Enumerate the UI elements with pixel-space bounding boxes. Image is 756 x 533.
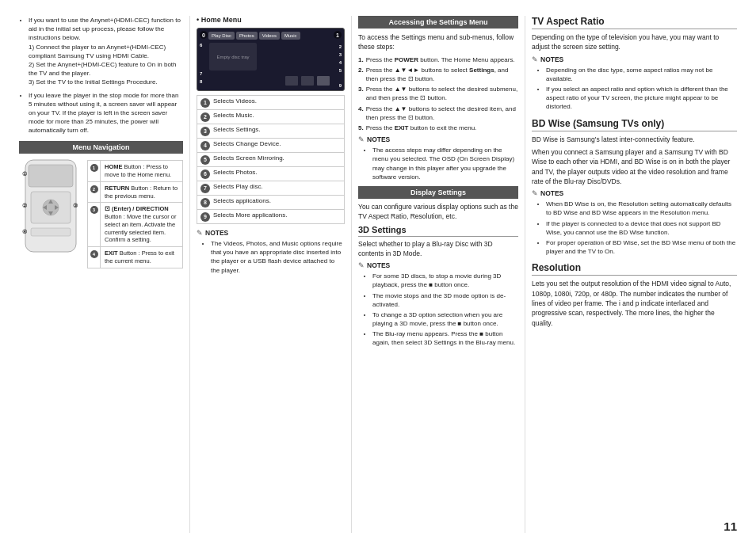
notes-icon-col4b: ✎ xyxy=(532,189,538,197)
col3-3d-notes: ✎ NOTES For some 3D discs, to stop a mov… xyxy=(358,261,518,348)
notes-title-col3a: NOTES xyxy=(367,135,390,143)
display-settings-heading: Display Settings xyxy=(358,186,518,199)
notes-icon-col2: ✎ xyxy=(197,229,203,237)
3d-intro: Select whether to play a Blu-ray Disc wi… xyxy=(358,239,518,259)
col4-tv-notes: ✎ NOTES Depending on the disc type, some… xyxy=(532,55,737,112)
steps-list: 1. Press the POWER button. The Home Menu… xyxy=(358,55,518,133)
step-3: 3. Press the ▲▼ buttons to select the de… xyxy=(358,85,518,102)
col3-3d-note-3: To change a 3D option selection when you… xyxy=(372,310,518,328)
bd-wise-intro: BD Wise is Samsung's latest inter-connec… xyxy=(532,135,737,144)
home-menu-label: • Home Menu xyxy=(197,16,345,24)
bd-wise-heading: BD Wise (Samsung TVs only) xyxy=(532,118,737,131)
menu-nav-heading: Menu Navigation xyxy=(19,141,183,154)
notes-icon-col3b: ✎ xyxy=(358,261,365,269)
settings-intro: To access the Settings menu and sub-menu… xyxy=(358,32,518,52)
bullet-screensaver: If you leave the player in the stop mode… xyxy=(29,91,183,135)
numbered-item-8: 8Selects applications. xyxy=(197,196,345,210)
svg-rect-8 xyxy=(31,228,71,236)
numbered-item-9: 9Selects More applications. xyxy=(197,210,345,224)
resolution-heading: Resolution xyxy=(532,262,737,276)
tv-aspect-intro: Depending on the type of television you … xyxy=(532,32,737,52)
col4-bd-note-2: If the player is connected to a device t… xyxy=(546,219,737,237)
col4-bd-note-1: When BD Wise is on, the Resolution setti… xyxy=(546,200,737,217)
bullet-section: If you want to use the Anynet+(HDMI-CEC)… xyxy=(19,16,183,135)
numbered-list: 1Selects Videos. 2Selects Music. 3Select… xyxy=(197,95,345,224)
nav-row-enter: 3 ⊡ (Enter) / DIRECTION Button : Move th… xyxy=(88,203,183,247)
notes-title-col4b: NOTES xyxy=(540,189,563,197)
col4-tv-note-1: Depending on the disc type, some aspect … xyxy=(546,66,737,83)
tab-photos[interactable]: Photos xyxy=(236,32,258,40)
col2-notes: ✎ NOTES The Videos, Photos, and Music op… xyxy=(197,229,345,275)
tab-music[interactable]: Music xyxy=(281,32,300,40)
settings-menu-heading: Accessing the Settings Menu xyxy=(358,16,518,29)
numbered-item-2: 2Selects Music. xyxy=(197,110,345,124)
nav-row-return: 2 RETURN Button : Return to the previous… xyxy=(88,181,183,203)
numbered-item-7: 7Selects Play disc. xyxy=(197,181,345,196)
home-menu-diagram: 0 1 Play Disc Photos Videos Music Empty … xyxy=(197,28,345,91)
notes-icon-col4a: ✎ xyxy=(532,55,538,63)
col4-tv-note-2: If you select an aspect ratio and option… xyxy=(546,85,737,112)
page-number: 11 xyxy=(724,520,737,533)
numbered-item-4: 4Selects Change Device. xyxy=(197,139,345,153)
notes-title-col2: NOTES xyxy=(205,229,228,237)
resolution-body: Lets you set the output resolution of th… xyxy=(532,279,737,328)
display-intro: You can configure various display option… xyxy=(358,202,518,222)
col3-3d-note-1: For some 3D discs, to stop a movie durin… xyxy=(372,272,518,289)
nav-row-home: 1 HOME Button : Press to move to the Hom… xyxy=(88,161,183,182)
numbered-item-6: 6Selects Photos. xyxy=(197,167,345,181)
remote-diagram: ① ② ③ ④ xyxy=(19,158,82,268)
bullet-anynet: If you want to use the Anynet+(HDMI-CEC)… xyxy=(29,16,183,87)
col4-bd-notes: ✎ NOTES When BD Wise is on, the Resoluti… xyxy=(532,189,737,256)
notes-title-col4a: NOTES xyxy=(540,55,563,63)
tv-aspect-heading: TV Aspect Ratio xyxy=(532,16,737,29)
svg-text:①: ① xyxy=(22,171,28,177)
tab-videos[interactable]: Videos xyxy=(259,32,280,40)
svg-text:④: ④ xyxy=(22,229,28,234)
nav-row-exit: 4 EXIT Button : Press to exit the curren… xyxy=(88,247,183,268)
col3-3d-note-2: The movie stops and the 3D mode option i… xyxy=(372,291,518,309)
numbered-item-3: 3Selects Settings. xyxy=(197,124,345,139)
step-2: 2. Press the ▲▼◄► buttons to select Sett… xyxy=(358,66,518,83)
3d-heading: 3D Settings xyxy=(358,225,518,237)
step-4: 4. Press the ▲▼ buttons to select the de… xyxy=(358,105,518,122)
notes-title-col3b: NOTES xyxy=(367,261,390,269)
svg-text:②: ② xyxy=(22,203,28,208)
svg-rect-1 xyxy=(29,165,73,187)
col2-note-1: The Videos, Photos, and Music options re… xyxy=(211,239,345,275)
step-5: 5. Press the EXIT button to exit the men… xyxy=(358,124,518,132)
col3-note-settings: The access steps may differ depending on… xyxy=(372,146,518,181)
notes-icon-col3a: ✎ xyxy=(358,135,365,143)
bd-wise-body: When you connect a Samsung player and a … xyxy=(532,147,737,186)
svg-text:③: ③ xyxy=(73,203,78,208)
col3-settings-notes: ✎ NOTES The access steps may differ depe… xyxy=(358,135,518,181)
col4-bd-note-3: For proper operation of BD Wise, set the… xyxy=(546,238,737,256)
numbered-item-5: 5Selects Screen Mirroring. xyxy=(197,153,345,167)
numbered-item-1: 1Selects Videos. xyxy=(197,95,345,110)
step-1: 1. Press the POWER button. The Home Menu… xyxy=(358,55,518,64)
nav-table: 1 HOME Button : Press to move to the Hom… xyxy=(87,160,183,268)
tab-play-disc[interactable]: Play Disc xyxy=(208,32,235,40)
col3-3d-note-4: The Blu-ray menu appears. Press the ■ bu… xyxy=(372,329,518,347)
